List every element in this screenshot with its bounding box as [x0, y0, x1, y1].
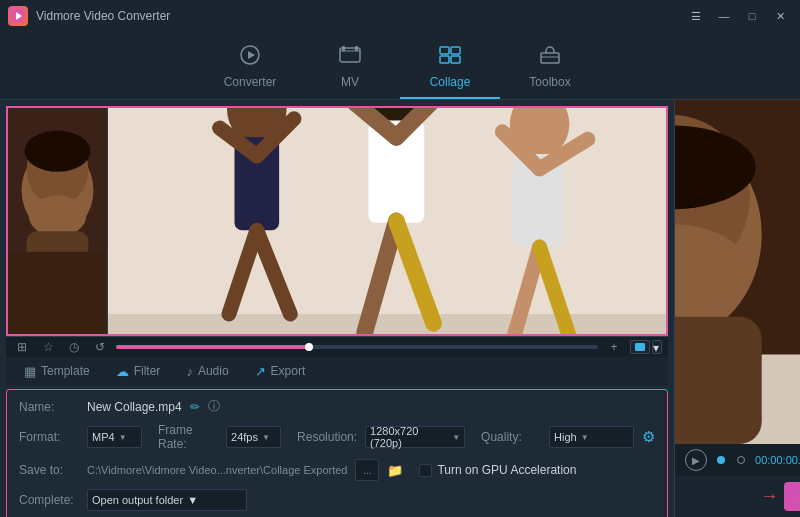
saveto-label: Save to:: [19, 463, 79, 477]
gpu-label: Turn on GPU Acceleration: [437, 463, 576, 477]
resolution-label: Resolution:: [297, 430, 357, 444]
svg-rect-46: [675, 317, 762, 444]
svg-rect-6: [355, 46, 358, 51]
saveto-row: Save to: C:\Vidmore\Vidmore Video...nver…: [19, 459, 655, 481]
toolbox-icon: [538, 44, 562, 71]
svg-rect-9: [440, 56, 449, 63]
filter-label: Filter: [134, 364, 161, 378]
quality-arrow: ▼: [581, 433, 589, 442]
start-export-button[interactable]: Start Export: [784, 482, 800, 511]
audio-icon: ♪: [186, 364, 193, 379]
name-row: Name: New Collage.mp4 ✏ ⓘ: [19, 398, 655, 415]
format-label: Format:: [19, 430, 79, 444]
video-frame-2: [108, 108, 666, 334]
resolution-arrow: ▼: [452, 433, 460, 442]
filter-tab[interactable]: ☁ Filter: [104, 357, 173, 385]
svg-point-15: [25, 131, 91, 172]
svg-marker-3: [248, 51, 255, 59]
video-grid: [6, 106, 668, 336]
name-info-icon[interactable]: ⓘ: [208, 398, 220, 415]
quality-gear-icon[interactable]: ⚙: [642, 428, 655, 446]
time-display: 00:00:00.00/00:00:05.00: [755, 454, 800, 466]
quality-dropdown[interactable]: High ▼: [549, 426, 634, 448]
name-value: New Collage.mp4: [87, 400, 182, 414]
add-icon[interactable]: +: [604, 337, 624, 357]
progress-fill: [116, 345, 309, 349]
template-tab[interactable]: ▦ Template: [12, 357, 102, 385]
gpu-checkbox[interactable]: [419, 464, 432, 477]
folder-icon[interactable]: 📁: [387, 463, 403, 478]
settings-panel: Name: New Collage.mp4 ✏ ⓘ Format: MP4 ▼ …: [6, 389, 668, 517]
format-dropdown[interactable]: MP4 ▼: [87, 426, 142, 448]
template-label: Template: [41, 364, 90, 378]
tab-toolbox[interactable]: Toolbox: [500, 39, 600, 99]
export-area: → Start Export: [675, 476, 800, 517]
svg-rect-20: [108, 314, 666, 334]
svg-rect-8: [451, 47, 460, 54]
collage-label: Collage: [430, 75, 471, 89]
svg-rect-18: [8, 252, 107, 334]
resolution-dropdown[interactable]: 1280x720 (720p) ▼: [365, 426, 465, 448]
export-label: Export: [271, 364, 306, 378]
mv-label: MV: [341, 75, 359, 89]
maximize-button[interactable]: □: [740, 7, 764, 25]
toolbox-label: Toolbox: [529, 75, 570, 89]
video-controls: ⊞ ☆ ◷ ↺ + ▾: [6, 336, 668, 357]
quality-value-text: High: [554, 431, 577, 443]
framerate-arrow: ▼: [262, 433, 270, 442]
refresh-icon[interactable]: ↺: [90, 337, 110, 357]
format-arrow: ▼: [119, 433, 127, 442]
minimize-button[interactable]: —: [712, 7, 736, 25]
preview-video: [675, 100, 800, 444]
star-icon[interactable]: ☆: [38, 337, 58, 357]
nav-tabs: Converter MV Collage: [0, 32, 800, 100]
complete-row: Complete: Open output folder ▼: [19, 489, 655, 511]
complete-arrow: ▼: [187, 494, 198, 506]
preview-indicator-active: [717, 456, 725, 464]
name-label: Name:: [19, 400, 79, 414]
progress-bar[interactable]: [116, 345, 598, 349]
app-logo: [8, 6, 28, 26]
menu-button[interactable]: ☰: [684, 7, 708, 25]
close-button[interactable]: ✕: [768, 7, 792, 25]
collage-editor: ⊞ ☆ ◷ ↺ + ▾ ▦ Template ☁: [0, 100, 674, 517]
app-title: Vidmore Video Converter: [36, 9, 170, 23]
tab-collage[interactable]: Collage: [400, 39, 500, 99]
title-bar: Vidmore Video Converter ☰ — □ ✕: [0, 0, 800, 32]
collage-icon: [438, 44, 462, 71]
audio-tab[interactable]: ♪ Audio: [174, 357, 240, 385]
browse-button[interactable]: ...: [355, 459, 379, 481]
converter-label: Converter: [224, 75, 277, 89]
svg-rect-11: [541, 53, 559, 63]
video-cell-1[interactable]: [8, 108, 108, 334]
framerate-label: Frame Rate:: [158, 423, 218, 451]
svg-rect-10: [451, 56, 460, 63]
toolbar-tabs: ▦ Template ☁ Filter ♪ Audio ↗ Export: [6, 357, 668, 385]
quality-label: Quality:: [481, 430, 541, 444]
video-frame-1: [8, 108, 107, 334]
preview-controls: ▶ 00:00:00.00/00:00:05.00 🔊: [675, 444, 800, 476]
export-icon: ↗: [255, 364, 266, 379]
play-button[interactable]: ▶: [685, 449, 707, 471]
preview-panel: ▶ 00:00:00.00/00:00:05.00 🔊 → Start Expo…: [674, 100, 800, 517]
svg-point-16: [29, 195, 87, 236]
mv-icon: [338, 44, 362, 71]
name-edit-icon[interactable]: ✏: [190, 400, 200, 414]
arrow-indicator: →: [760, 486, 778, 507]
tab-mv[interactable]: MV: [300, 39, 400, 99]
preview-indicator-inactive: [737, 456, 745, 464]
complete-label: Complete:: [19, 493, 79, 507]
tab-converter[interactable]: Converter: [200, 39, 300, 99]
converter-icon: [238, 44, 262, 71]
saveto-path: C:\Vidmore\Vidmore Video...nverter\Colla…: [87, 464, 347, 476]
svg-rect-7: [440, 47, 449, 54]
progress-thumb: [305, 343, 313, 351]
grid-icon[interactable]: ⊞: [12, 337, 32, 357]
export-tab[interactable]: ↗ Export: [243, 357, 318, 385]
preview-frame: [675, 100, 800, 444]
complete-dropdown[interactable]: Open output folder ▼: [87, 489, 247, 511]
video-cell-2[interactable]: [108, 108, 666, 334]
clock-icon[interactable]: ◷: [64, 337, 84, 357]
gpu-area: Turn on GPU Acceleration: [419, 463, 576, 477]
framerate-dropdown[interactable]: 24fps ▼: [226, 426, 281, 448]
